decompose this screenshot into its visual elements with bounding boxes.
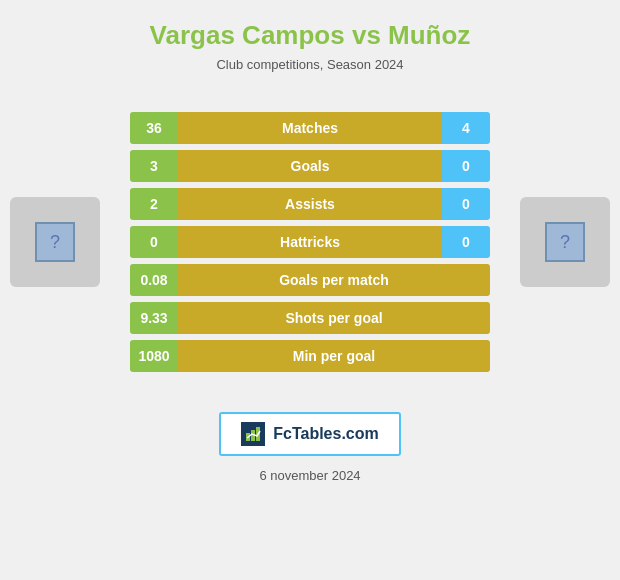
stat-left-goals-per-match: 0.08: [130, 264, 178, 296]
stat-right-goals: 0: [442, 150, 490, 182]
footer-date: 6 november 2024: [259, 468, 360, 483]
stat-row-min-per-goal: 1080Min per goal: [130, 340, 490, 372]
stat-label-goals-per-match: Goals per match: [178, 264, 490, 296]
page-title: Vargas Campos vs Muñoz: [150, 20, 471, 51]
stat-row-goals-per-match: 0.08Goals per match: [130, 264, 490, 296]
player-avatar-left: ?: [10, 197, 100, 287]
stat-right-matches: 4: [442, 112, 490, 144]
stat-row-shots-per-goal: 9.33Shots per goal: [130, 302, 490, 334]
avatar-placeholder-right: ?: [545, 222, 585, 262]
page-wrapper: Vargas Campos vs Muñoz Club competitions…: [0, 0, 620, 580]
stat-label-goals: Goals: [178, 150, 442, 182]
stats-table: 36Matches43Goals02Assists00Hattricks00.0…: [130, 112, 490, 372]
stat-row-matches: 36Matches4: [130, 112, 490, 144]
stat-row-assists: 2Assists0: [130, 188, 490, 220]
stat-left-min-per-goal: 1080: [130, 340, 178, 372]
stat-row-goals: 3Goals0: [130, 150, 490, 182]
stat-label-shots-per-goal: Shots per goal: [178, 302, 490, 334]
logo-text: FcTables.com: [273, 425, 379, 443]
avatar-placeholder-left: ?: [35, 222, 75, 262]
stat-row-hattricks: 0Hattricks0: [130, 226, 490, 258]
logo-area: FcTables.com: [219, 412, 401, 456]
stat-right-hattricks: 0: [442, 226, 490, 258]
stat-left-goals: 3: [130, 150, 178, 182]
stat-label-min-per-goal: Min per goal: [178, 340, 490, 372]
comparison-area: ? 36Matches43Goals02Assists00Hattricks00…: [0, 92, 620, 392]
stat-left-matches: 36: [130, 112, 178, 144]
stat-label-matches: Matches: [178, 112, 442, 144]
stat-right-assists: 0: [442, 188, 490, 220]
stat-label-hattricks: Hattricks: [178, 226, 442, 258]
stat-left-assists: 2: [130, 188, 178, 220]
fctables-icon: [241, 422, 265, 446]
stat-left-hattricks: 0: [130, 226, 178, 258]
stat-label-assists: Assists: [178, 188, 442, 220]
page-subtitle: Club competitions, Season 2024: [216, 57, 403, 72]
player-avatar-right: ?: [520, 197, 610, 287]
stat-left-shots-per-goal: 9.33: [130, 302, 178, 334]
